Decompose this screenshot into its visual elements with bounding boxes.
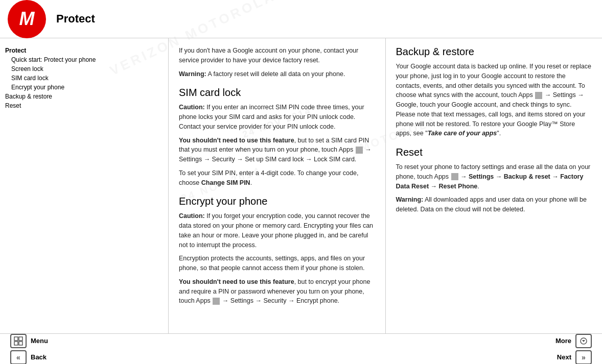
reset-p1: To reset your phone to factory settings … xyxy=(396,162,592,191)
more-button[interactable]: More xyxy=(555,334,592,348)
sim-need-label: You shouldn't need to use this feature xyxy=(179,137,294,144)
sim-caution-text: If you enter an incorrect SIM PIN code t… xyxy=(179,104,364,130)
sim-caution-label: Caution: xyxy=(179,104,205,111)
sim-pin-paragraph: To set your SIM PIN, enter a 4-digit cod… xyxy=(179,168,375,188)
content-right: Backup & restore Your Google account dat… xyxy=(386,38,603,333)
back-button[interactable]: « Back xyxy=(10,350,48,365)
sim-pin-end: . xyxy=(250,179,252,186)
menu-icon xyxy=(10,334,27,348)
backup-restore-title: Backup & restore xyxy=(396,46,592,58)
apps-icon-sq2 xyxy=(213,298,220,305)
back-label: Back xyxy=(31,353,47,361)
encrypt-caution-paragraph: Caution: If you forget your encryption c… xyxy=(179,211,375,250)
apps-icon-sq4 xyxy=(451,173,458,180)
apps-icon-sq3 xyxy=(535,92,542,99)
sidebar-item-backuprestore[interactable]: Backup & restore xyxy=(5,92,163,101)
reset-title: Reset xyxy=(396,147,592,158)
sidebar-item-screenlock[interactable]: Screen lock xyxy=(5,64,163,74)
content-area: 24 NOV 2014 If you don't have a Google a… xyxy=(169,38,602,333)
main-layout: Protect Quick start: Protect your phone … xyxy=(0,38,602,333)
next-icon: » xyxy=(575,350,592,365)
sidebar: Protect Quick start: Protect your phone … xyxy=(0,38,169,333)
svg-rect-2 xyxy=(14,342,18,345)
warning-text: A factory reset will delete all data on … xyxy=(206,70,345,78)
backup-p1d-text: ". xyxy=(497,130,501,137)
reset-warning-text: All downloaded apps and user data on you… xyxy=(396,196,587,213)
content-left: 24 NOV 2014 If you don't have a Google a… xyxy=(169,38,386,333)
encrypt-need-text2: → Settings → Security → Encrypt phone. xyxy=(222,297,339,304)
footer-left-controls: Menu « Back xyxy=(10,334,48,365)
sim-pin-bold: Change SIM PIN xyxy=(199,179,250,186)
backup-p1: Your Google account data is backed up on… xyxy=(396,62,592,138)
page-title: Protect xyxy=(56,12,95,26)
svg-marker-5 xyxy=(582,340,585,342)
warning-paragraph: Warning: A factory reset will delete all… xyxy=(179,69,375,79)
encrypt-need-label: You shouldn't need to use this feature xyxy=(179,278,294,285)
sim-need-paragraph: You shouldn't need to use this feature, … xyxy=(179,136,375,164)
backup-p1c-text: Take care of your apps xyxy=(428,130,497,137)
sidebar-item-encryptphone[interactable]: Encrypt your phone xyxy=(5,83,163,92)
more-label: More xyxy=(555,337,571,345)
reset-warning-label: Warning: xyxy=(396,196,424,203)
sim-caution-paragraph: Caution: If you enter an incorrect SIM P… xyxy=(179,103,375,131)
sidebar-item-protect[interactable]: Protect xyxy=(5,46,163,55)
svg-rect-0 xyxy=(14,337,18,341)
reset-p1c-text: . xyxy=(477,183,479,190)
footer-right-controls: More Next » xyxy=(555,334,592,365)
logo-letter: M xyxy=(19,8,35,30)
sidebar-item-simcardlock[interactable]: SIM card lock xyxy=(5,74,163,83)
intro-paragraph: If you don't have a Google account on yo… xyxy=(179,46,375,65)
sidebar-item-reset[interactable]: Reset xyxy=(5,101,163,110)
footer: Menu « Back More Next » xyxy=(0,333,602,364)
apps-icon-sq1 xyxy=(356,147,363,154)
next-button[interactable]: Next » xyxy=(555,350,592,365)
svg-rect-1 xyxy=(19,337,22,341)
warning-label: Warning: xyxy=(179,70,206,78)
header: M Protect xyxy=(0,0,602,38)
encrypt-p2: Encryption protects the accounts, settin… xyxy=(179,254,375,273)
more-icon xyxy=(575,334,592,348)
menu-label: Menu xyxy=(31,337,48,345)
svg-rect-3 xyxy=(19,342,22,345)
back-icon: « xyxy=(10,350,27,365)
encrypt-need-paragraph: You shouldn't need to use this feature, … xyxy=(179,277,375,306)
encrypt-title: Encrypt your phone xyxy=(179,196,375,207)
reset-warning-paragraph: Warning: All downloaded apps and user da… xyxy=(396,195,592,214)
encrypt-caution-text: If you forget your encryption code, you … xyxy=(179,212,373,248)
sim-card-lock-title: SIM card lock xyxy=(179,87,375,99)
sidebar-item-quickstart[interactable]: Quick start: Protect your phone xyxy=(5,55,163,64)
encrypt-caution-label: Caution: xyxy=(179,212,205,220)
menu-button[interactable]: Menu xyxy=(10,334,48,348)
next-label: Next xyxy=(557,353,571,361)
motorola-logo: M xyxy=(8,0,46,38)
